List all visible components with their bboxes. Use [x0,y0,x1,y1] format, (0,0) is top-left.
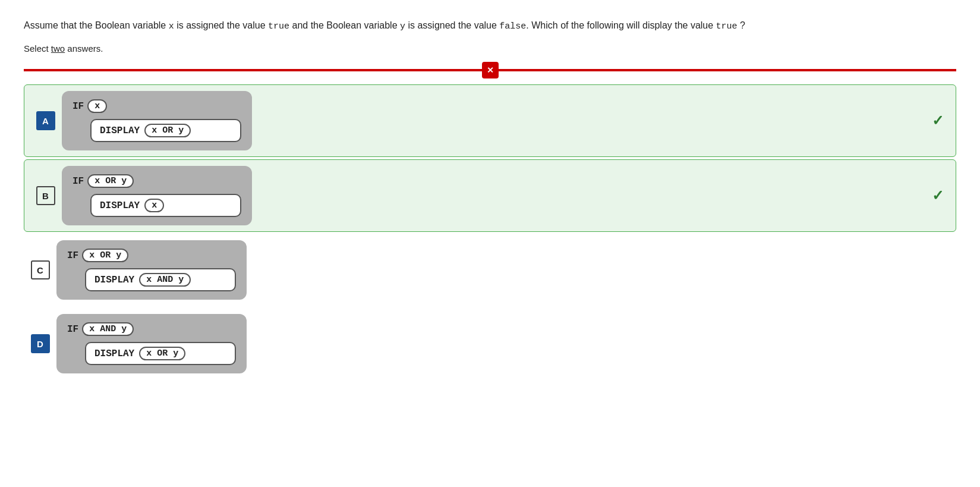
code-block-c: IF x OR y DISPLAY x AND y [56,240,247,300]
display-keyword-b: DISPLAY [100,200,140,211]
answer-label-d: D [24,334,56,353]
divider: ✕ [24,62,956,78]
question-text: Assume that the Boolean variable x is as… [24,18,856,34]
if-line-c: IF x OR y [67,249,236,262]
answer-content-c: IF x OR y DISPLAY x AND y [56,234,956,306]
label-box-c: C [31,260,50,279]
display-line-d: DISPLAY x OR y [85,342,236,365]
display-line-b: DISPLAY x [90,194,241,217]
answer-area: A IF x DISPLAY x OR y ✓ B IF [24,84,956,379]
answer-content-b: IF x OR y DISPLAY x [62,160,951,231]
code-block-a: IF x DISPLAY x OR y [62,91,252,150]
label-box-a: A [36,111,55,130]
if-pill-a: x [87,99,107,113]
if-keyword-a: IF [73,101,84,112]
select-two-text: Select two answers. [24,43,956,54]
display-keyword-a: DISPLAY [100,125,140,136]
display-pill-a: x OR y [144,124,191,137]
display-pill-c: x AND y [139,273,191,287]
answer-label-a: A [29,111,62,130]
val-true-inline: true [268,21,289,32]
if-pill-b: x OR y [87,174,134,188]
checkmark-b: ✓ [932,187,944,204]
display-line-c: DISPLAY x AND y [85,268,236,291]
answer-row-a[interactable]: A IF x DISPLAY x OR y ✓ [24,84,956,157]
val-false-inline: false [499,21,526,32]
if-keyword-b: IF [73,176,84,187]
if-pill-c: x OR y [82,249,128,262]
if-pill-d: x AND y [82,322,134,336]
checkmark-a: ✓ [932,112,944,129]
label-box-d: D [31,334,50,353]
display-line-a: DISPLAY x OR y [90,119,241,142]
answer-row-d[interactable]: D IF x AND y DISPLAY x OR y [24,308,956,379]
answer-label-b: B [29,186,62,205]
if-line-b: IF x OR y [73,174,241,188]
answer-label-c: C [24,260,56,279]
if-line-a: IF x [73,99,241,113]
answer-row-c[interactable]: C IF x OR y DISPLAY x AND y [24,234,956,306]
var-x-inline: x [169,21,174,32]
label-box-b: B [36,186,55,205]
answer-content-d: IF x AND y DISPLAY x OR y [56,308,956,379]
display-keyword-d: DISPLAY [94,348,134,359]
if-line-d: IF x AND y [67,322,236,336]
display-keyword-c: DISPLAY [94,275,134,285]
display-pill-d: x OR y [139,347,185,360]
val-true2-inline: true [716,21,738,32]
if-keyword-c: IF [67,250,78,261]
close-icon[interactable]: ✕ [482,62,499,78]
answer-row-b[interactable]: B IF x OR y DISPLAY x ✓ [24,159,956,232]
display-pill-b: x [144,199,164,212]
code-block-d: IF x AND y DISPLAY x OR y [56,314,247,373]
code-block-b: IF x OR y DISPLAY x [62,166,252,225]
if-keyword-d: IF [67,324,78,335]
var-y-inline: y [400,21,405,32]
answer-content-a: IF x DISPLAY x OR y [62,85,951,156]
